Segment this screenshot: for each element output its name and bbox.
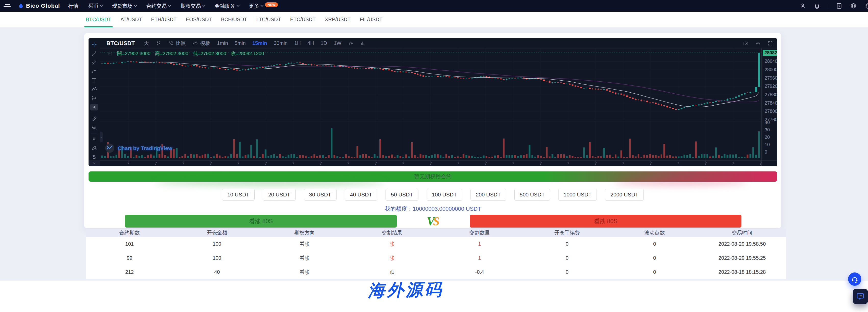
amount-20-button[interactable]: 20 USDT bbox=[263, 189, 296, 200]
cell-period: 101 bbox=[86, 237, 173, 251]
nav-item-quotes[interactable]: 行情 bbox=[68, 3, 78, 9]
zoom-in-icon[interactable] bbox=[91, 124, 97, 131]
chart-settings-gear-icon[interactable] bbox=[348, 40, 353, 46]
amount-40-button[interactable]: 40 USDT bbox=[345, 189, 377, 200]
nav-item-contracts[interactable]: 合约交易 bbox=[146, 3, 171, 9]
magnet-icon[interactable] bbox=[91, 136, 97, 142]
bell-icon[interactable] bbox=[814, 3, 820, 9]
pair-tabs: BTC/USDT AT/USDT ETH/USDT EOS/USDT BCH/U… bbox=[0, 12, 868, 28]
tab-at-usdt[interactable]: AT/USDT bbox=[120, 12, 142, 27]
volume-axis-label: 30 bbox=[765, 127, 770, 133]
tab-eos-usdt[interactable]: EOS/USDT bbox=[186, 12, 212, 27]
customer-service-button[interactable] bbox=[848, 273, 861, 286]
toolbar-collapse-handle[interactable]: ‹ bbox=[100, 132, 103, 142]
svg-text:7: 7 bbox=[759, 161, 762, 166]
user-icon[interactable] bbox=[799, 3, 806, 9]
template-button[interactable]: 模板 bbox=[192, 40, 210, 47]
indicators-icon[interactable] bbox=[360, 40, 366, 46]
tab-eth-usdt[interactable]: ETH/USDT bbox=[151, 12, 177, 27]
svg-text:7: 7 bbox=[677, 161, 679, 166]
nav-item-buy[interactable]: 买币 bbox=[88, 3, 102, 9]
nav-item-options[interactable]: 期权交易 bbox=[180, 3, 205, 9]
headset-icon bbox=[851, 275, 859, 283]
menu-icon[interactable] bbox=[4, 4, 11, 8]
price-axis-label: 27840.0000 bbox=[765, 100, 777, 106]
tab-bch-usdt[interactable]: BCH/USDT bbox=[221, 12, 247, 27]
interval-30min[interactable]: 30min bbox=[274, 40, 287, 46]
header-points: 波动点数 bbox=[611, 228, 698, 237]
bet-up-button[interactable]: 看涨 80S bbox=[125, 215, 397, 227]
theme-sun-icon[interactable] bbox=[864, 3, 868, 9]
ruler-icon[interactable] bbox=[91, 115, 97, 122]
drawing-toolbar bbox=[89, 38, 100, 166]
lock-icon[interactable] bbox=[91, 154, 97, 160]
chevron-down-icon bbox=[261, 4, 264, 7]
price-axis-label: 27800.0000 bbox=[765, 109, 777, 114]
tradingview-attribution[interactable]: Chart by TradingView bbox=[105, 144, 172, 153]
compare-button[interactable]: 比較 bbox=[168, 40, 186, 47]
nav-item-more[interactable]: 更多 NEW bbox=[249, 3, 278, 9]
xabcd-pattern-icon[interactable] bbox=[91, 86, 97, 93]
text-tool-icon[interactable] bbox=[91, 77, 97, 84]
tab-etc-usdt[interactable]: ETC/USDT bbox=[290, 12, 316, 27]
pitchfork-icon[interactable] bbox=[91, 59, 97, 66]
crosshair-icon[interactable] bbox=[91, 41, 97, 48]
brand-logo[interactable]: Bico Global bbox=[18, 3, 60, 9]
candlestick-chart[interactable]: 777777777777777777777777 bbox=[89, 49, 777, 166]
divider bbox=[828, 3, 828, 9]
interval-15min[interactable]: 15min bbox=[252, 40, 267, 46]
svg-text:7: 7 bbox=[265, 161, 267, 166]
banner-text: 暂无期权秒合约 bbox=[414, 173, 452, 180]
svg-text:7: 7 bbox=[182, 161, 184, 166]
interval-day-button[interactable]: 天 bbox=[144, 40, 149, 47]
tab-btc-usdt[interactable]: BTC/USDT bbox=[86, 12, 111, 27]
cell-period: 212 bbox=[86, 265, 173, 279]
amount-10-button[interactable]: 10 USDT bbox=[222, 189, 255, 200]
nav-item-finance[interactable]: 金融服务 bbox=[215, 3, 239, 9]
chat-widget-button[interactable] bbox=[853, 289, 868, 304]
fullscreen-icon[interactable] bbox=[768, 40, 773, 46]
interval-1h[interactable]: 1H bbox=[294, 40, 301, 46]
interval-5min[interactable]: 5min bbox=[235, 40, 246, 46]
app-download-icon[interactable] bbox=[836, 3, 842, 9]
amount-2000-button[interactable]: 2000 USDT bbox=[605, 189, 644, 200]
interval-1min[interactable]: 1min bbox=[217, 40, 228, 46]
svg-text:7: 7 bbox=[402, 161, 404, 166]
header-qty: 交割数量 bbox=[436, 228, 523, 237]
interval-1w[interactable]: 1W bbox=[334, 40, 341, 46]
cell-fee: 0 bbox=[523, 265, 611, 279]
header-result: 交割结果 bbox=[348, 228, 436, 237]
brush-icon[interactable] bbox=[91, 68, 97, 75]
drawing-lock-edit-icon[interactable] bbox=[91, 145, 97, 151]
amount-1000-button[interactable]: 1000 USDT bbox=[558, 189, 597, 200]
chat-bubble-icon bbox=[856, 292, 865, 301]
snapshot-camera-icon[interactable] bbox=[743, 40, 749, 46]
nav-item-spot[interactable]: 现货市场 bbox=[112, 3, 136, 9]
amount-30-button[interactable]: 30 USDT bbox=[304, 189, 337, 200]
svg-text:7: 7 bbox=[429, 161, 432, 166]
svg-text:7: 7 bbox=[210, 161, 212, 166]
svg-text:7: 7 bbox=[485, 161, 487, 166]
tab-fil-usdt[interactable]: FIL/USDT bbox=[360, 12, 382, 27]
forecast-tool-icon[interactable] bbox=[91, 95, 97, 101]
cell-result: 涨 bbox=[348, 251, 436, 265]
candle-style-icon[interactable] bbox=[156, 40, 161, 46]
interval-1d[interactable]: 1D bbox=[320, 40, 327, 46]
back-arrow-icon[interactable] bbox=[90, 104, 98, 111]
chart-properties-gear-icon[interactable] bbox=[755, 40, 761, 46]
trend-line-icon[interactable] bbox=[91, 50, 97, 57]
amount-100-button[interactable]: 100 USDT bbox=[427, 189, 462, 200]
amount-500-button[interactable]: 500 USDT bbox=[515, 189, 550, 200]
amount-50-button[interactable]: 50 USDT bbox=[385, 189, 418, 200]
amount-200-button[interactable]: 200 USDT bbox=[470, 189, 506, 200]
legend-low: 低=27902.3000 bbox=[193, 50, 226, 57]
interval-4h[interactable]: 4H bbox=[307, 40, 314, 46]
balance-value: 10000003.00000000 USDT bbox=[413, 206, 481, 212]
balance-label: 我的额度： bbox=[385, 206, 413, 212]
cell-points: 0 bbox=[611, 237, 698, 251]
tab-xrp-usdt[interactable]: XRP/USDT bbox=[325, 12, 350, 27]
toolbar-chevron-down[interactable] bbox=[89, 160, 100, 166]
tab-ltc-usdt[interactable]: LTC/USDT bbox=[256, 12, 281, 27]
bet-down-button[interactable]: 看跌 80S bbox=[470, 215, 741, 227]
language-globe-icon[interactable] bbox=[850, 3, 857, 9]
